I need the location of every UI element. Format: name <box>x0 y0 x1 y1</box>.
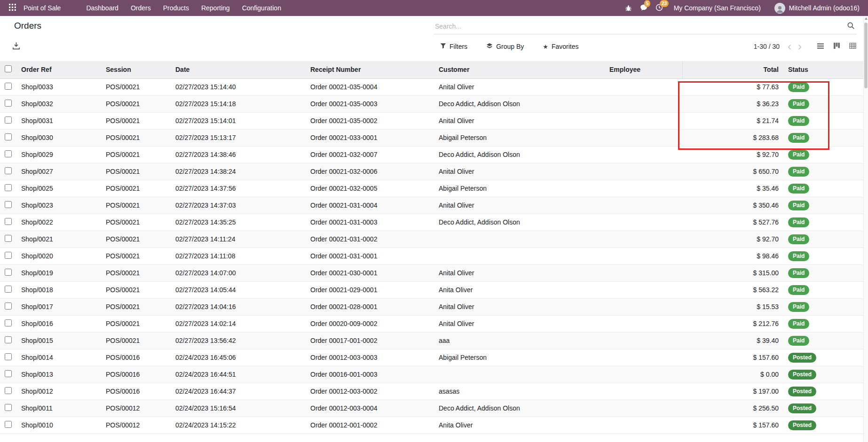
search-button[interactable] <box>845 22 857 31</box>
date-cell: 02/24/2023 16:44:37 <box>171 383 306 400</box>
order-ref-cell: Shop/0029 <box>16 146 101 163</box>
row-checkbox[interactable] <box>5 387 12 394</box>
filters-button[interactable]: Filters <box>437 42 470 51</box>
table-row[interactable]: Shop/0022 POS/00021 02/27/2023 14:35:25 … <box>0 214 863 231</box>
row-checkbox[interactable] <box>5 235 12 242</box>
menu-configuration[interactable]: Configuration <box>236 0 287 16</box>
order-ref-cell: Shop/0012 <box>16 383 101 400</box>
table-row[interactable]: Shop/0031 POS/00021 02/27/2023 15:14:01 … <box>0 112 863 129</box>
row-checkbox[interactable] <box>5 184 12 191</box>
order-ref-cell: Shop/0020 <box>16 248 101 264</box>
customer-cell <box>434 366 605 383</box>
employee-cell <box>605 231 682 248</box>
row-checkbox[interactable] <box>5 83 12 90</box>
row-checkbox[interactable] <box>5 421 12 428</box>
pager-range[interactable]: 1-30 / 30 <box>754 43 780 50</box>
column-header-total[interactable]: Total <box>682 61 783 78</box>
status-cell: Paid <box>783 129 863 146</box>
select-all-checkbox[interactable] <box>5 65 12 72</box>
status-cell: Paid <box>783 146 863 163</box>
table-row[interactable]: Shop/0016 POS/00021 02/27/2023 14:02:14 … <box>0 315 863 332</box>
column-header-employee[interactable]: Employee <box>605 61 682 78</box>
status-cell: Paid <box>783 332 863 349</box>
table-row[interactable]: Shop/0015 POS/00021 02/27/2023 13:56:42 … <box>0 332 863 349</box>
menu-products[interactable]: Products <box>157 0 195 16</box>
pivot-view-button[interactable] <box>844 39 860 54</box>
total-cell: $ 563.22 <box>682 281 783 298</box>
debug-bug-icon[interactable] <box>625 5 632 12</box>
row-checkbox[interactable] <box>5 150 12 157</box>
row-checkbox[interactable] <box>5 302 12 310</box>
customer-cell: Anita Oliver <box>434 281 605 298</box>
table-row[interactable]: Shop/0021 POS/00021 02/27/2023 14:11:24 … <box>0 231 863 248</box>
row-checkbox[interactable] <box>5 319 12 326</box>
table-row[interactable]: Shop/0020 POS/00021 02/27/2023 14:11:08 … <box>0 248 863 264</box>
vertical-scrollbar[interactable] <box>863 16 868 442</box>
row-checkbox[interactable] <box>5 133 12 140</box>
scrollbar-thumb[interactable] <box>864 23 868 88</box>
receipt-number-cell: Order 00021-031-0004 <box>306 197 434 214</box>
row-checkbox[interactable] <box>5 370 12 377</box>
table-row[interactable]: Shop/0032 POS/00021 02/27/2023 15:14:18 … <box>0 95 863 112</box>
menu-dashboard[interactable]: Dashboard <box>80 0 125 16</box>
row-checkbox[interactable] <box>5 218 12 225</box>
table-row[interactable]: Shop/0033 POS/00021 02/27/2023 15:14:40 … <box>0 78 863 95</box>
column-header-status[interactable]: Status <box>783 61 863 78</box>
table-row[interactable]: Shop/0010 POS/00012 02/24/2023 14:15:22 … <box>0 417 863 434</box>
column-header-date[interactable]: Date <box>171 61 306 78</box>
list-view-button[interactable] <box>813 39 829 54</box>
table-row[interactable]: Shop/0017 POS/00021 02/27/2023 14:04:16 … <box>0 298 863 315</box>
date-cell: 02/24/2023 14:15:22 <box>171 417 306 434</box>
row-checkbox[interactable] <box>5 252 12 259</box>
search-input[interactable] <box>434 23 845 30</box>
kanban-view-button[interactable] <box>829 39 844 54</box>
column-header-order-ref[interactable]: Order Ref <box>16 61 101 78</box>
pager-previous-button[interactable]: ‹ <box>784 42 795 51</box>
status-cell: Paid <box>783 298 863 315</box>
table-row[interactable]: Shop/0012 POS/00016 02/24/2023 16:44:37 … <box>0 383 863 400</box>
apps-menu-button[interactable] <box>6 1 19 15</box>
table-row[interactable]: Shop/0023 POS/00021 02/27/2023 14:37:03 … <box>0 197 863 214</box>
employee-cell <box>605 129 682 146</box>
table-row[interactable]: Shop/0019 POS/00021 02/27/2023 14:07:00 … <box>0 264 863 281</box>
column-header-receipt-number[interactable]: Receipt Number <box>306 61 434 78</box>
table-row[interactable]: Shop/0014 POS/00016 02/24/2023 16:45:06 … <box>0 349 863 366</box>
favorites-button[interactable]: ★ Favorites <box>540 42 581 51</box>
table-row[interactable]: Shop/0030 POS/00021 02/27/2023 15:13:17 … <box>0 129 863 146</box>
orders-table-body: Shop/0033 POS/00021 02/27/2023 15:14:40 … <box>0 78 863 434</box>
customer-cell: Deco Addict, Addison Olson <box>434 146 605 163</box>
status-cell: Paid <box>783 163 863 180</box>
column-header-customer[interactable]: Customer <box>434 61 605 78</box>
export-button[interactable] <box>11 41 21 52</box>
activities-button[interactable]: 23 <box>655 4 663 13</box>
pager-next-button[interactable]: › <box>795 42 805 51</box>
company-switcher[interactable]: My Company (San Francisco) <box>671 4 764 12</box>
table-row[interactable]: Shop/0025 POS/00021 02/27/2023 14:37:56 … <box>0 180 863 197</box>
status-cell: Posted <box>783 383 863 400</box>
menu-orders[interactable]: Orders <box>125 0 157 16</box>
table-row[interactable]: Shop/0013 POS/00016 02/24/2023 16:44:51 … <box>0 366 863 383</box>
group-by-button[interactable]: Group By <box>483 42 527 51</box>
row-checkbox[interactable] <box>5 336 12 343</box>
menu-reporting[interactable]: Reporting <box>195 0 236 16</box>
row-checkbox[interactable] <box>5 201 12 208</box>
status-badge: Paid <box>788 285 809 295</box>
row-checkbox[interactable] <box>5 167 12 174</box>
column-header-session[interactable]: Session <box>101 61 171 78</box>
row-checkbox[interactable] <box>5 404 12 411</box>
row-checkbox[interactable] <box>5 100 12 107</box>
table-row[interactable]: Shop/0029 POS/00021 02/27/2023 14:38:46 … <box>0 146 863 163</box>
date-cell: 02/27/2023 14:38:46 <box>171 146 306 163</box>
row-checkbox[interactable] <box>5 353 12 360</box>
user-menu[interactable]: Mitchell Admin (odoo16) <box>772 2 862 14</box>
current-app-name[interactable]: Point of Sale <box>24 0 67 16</box>
scrollbar-up-arrow[interactable] <box>865 17 868 20</box>
messages-button[interactable]: 5 <box>640 4 647 13</box>
row-checkbox[interactable] <box>5 269 12 276</box>
row-checkbox[interactable] <box>5 116 12 124</box>
table-row[interactable]: Shop/0027 POS/00021 02/27/2023 14:38:24 … <box>0 163 863 180</box>
table-row[interactable]: Shop/0011 POS/00012 02/24/2023 15:16:54 … <box>0 400 863 417</box>
row-checkbox[interactable] <box>5 286 12 293</box>
table-row[interactable]: Shop/0018 POS/00021 02/27/2023 14:05:44 … <box>0 281 863 298</box>
employee-cell <box>605 281 682 298</box>
